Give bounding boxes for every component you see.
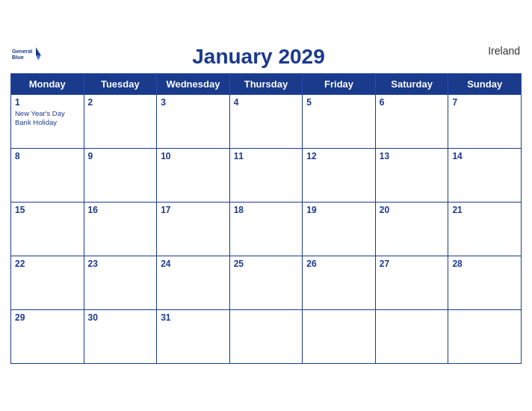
day-cell: 18 xyxy=(229,202,303,256)
logo-area: General Blue xyxy=(12,45,42,66)
day-cell: 14 xyxy=(448,148,522,202)
day-number: 5 xyxy=(306,97,371,108)
day-cell xyxy=(229,309,303,363)
day-number: 18 xyxy=(234,205,299,215)
day-cell: 19 xyxy=(303,202,376,256)
day-number: 26 xyxy=(306,259,371,269)
day-number: 3 xyxy=(161,97,226,108)
day-number: 23 xyxy=(88,259,153,269)
day-cell: 2 xyxy=(84,94,157,148)
week-row-3: 15161718192021 xyxy=(11,202,522,256)
day-cell: 3 xyxy=(157,94,230,148)
day-cell: 20 xyxy=(375,202,448,256)
day-cell: 11 xyxy=(229,148,303,202)
header-tuesday: Tuesday xyxy=(84,73,157,94)
svg-text:Blue: Blue xyxy=(12,53,24,60)
day-number: 9 xyxy=(88,151,153,161)
day-number: 10 xyxy=(161,151,226,161)
day-cell: 30 xyxy=(84,309,157,363)
day-cell: 26 xyxy=(303,256,376,309)
day-number: 25 xyxy=(234,259,299,269)
week-row-4: 22232425262728 xyxy=(11,256,522,309)
day-number: 16 xyxy=(88,205,153,215)
day-cell: 17 xyxy=(157,202,230,256)
day-cell: 25 xyxy=(229,256,303,309)
country-label: Ireland xyxy=(475,45,520,57)
day-cell: 13 xyxy=(375,148,448,202)
svg-marker-3 xyxy=(36,55,41,61)
week-row-5: 293031 xyxy=(11,309,522,363)
day-cell: 24 xyxy=(157,256,230,309)
day-number: 21 xyxy=(452,205,517,215)
day-number: 8 xyxy=(15,151,80,161)
header-saturday: Saturday xyxy=(375,73,448,94)
holiday-text: New Year's Day Bank Holiday xyxy=(15,109,80,128)
day-cell: 7 xyxy=(448,94,522,148)
weekday-header-row: Monday Tuesday Wednesday Thursday Friday… xyxy=(11,73,522,94)
svg-marker-2 xyxy=(36,47,41,55)
day-cell: 27 xyxy=(375,256,448,309)
day-number: 2 xyxy=(88,97,153,108)
day-cell: 16 xyxy=(84,202,157,256)
day-cell: 1New Year's Day Bank Holiday xyxy=(11,94,84,148)
day-number: 24 xyxy=(161,259,226,269)
day-number: 13 xyxy=(380,151,445,161)
day-cell: 28 xyxy=(448,256,522,309)
day-cell: 29 xyxy=(11,309,84,363)
header-friday: Friday xyxy=(303,73,376,94)
day-cell: 23 xyxy=(84,256,157,309)
week-row-2: 891011121314 xyxy=(11,148,522,202)
day-cell: 9 xyxy=(84,148,157,202)
day-number: 6 xyxy=(380,97,445,108)
day-cell: 31 xyxy=(157,309,230,363)
calendar-body: 1New Year's Day Bank Holiday234567891011… xyxy=(11,94,522,363)
week-row-1: 1New Year's Day Bank Holiday234567 xyxy=(11,94,522,148)
day-number: 30 xyxy=(88,312,153,323)
day-number: 31 xyxy=(161,312,226,323)
header-sunday: Sunday xyxy=(448,73,522,94)
day-number: 12 xyxy=(306,151,371,161)
calendar-title: January 2029 xyxy=(42,45,475,69)
day-number: 1 xyxy=(15,97,80,108)
day-number: 14 xyxy=(452,151,517,161)
day-cell: 22 xyxy=(11,256,84,309)
day-number: 28 xyxy=(452,259,517,269)
day-number: 19 xyxy=(306,205,371,215)
day-number: 15 xyxy=(15,205,80,215)
header-monday: Monday xyxy=(11,73,84,94)
day-cell: 5 xyxy=(303,94,376,148)
header-thursday: Thursday xyxy=(229,73,303,94)
day-cell xyxy=(375,309,448,363)
day-cell: 6 xyxy=(375,94,448,148)
day-cell: 21 xyxy=(448,202,522,256)
day-number: 22 xyxy=(15,259,80,269)
day-cell: 12 xyxy=(303,148,376,202)
general-blue-logo: General Blue xyxy=(12,45,42,66)
calendar-table: Monday Tuesday Wednesday Thursday Friday… xyxy=(10,73,522,364)
day-cell xyxy=(448,309,522,363)
header-wednesday: Wednesday xyxy=(157,73,230,94)
day-number: 29 xyxy=(15,312,80,323)
day-cell: 10 xyxy=(157,148,230,202)
day-number: 11 xyxy=(234,151,299,161)
calendar-header: General Blue January 2029 Ireland xyxy=(10,45,522,69)
day-number: 17 xyxy=(161,205,226,215)
day-cell: 8 xyxy=(11,148,84,202)
day-number: 27 xyxy=(380,259,445,269)
day-number: 4 xyxy=(234,97,299,108)
calendar-container: General Blue January 2029 Ireland Monday… xyxy=(0,37,532,374)
day-number: 7 xyxy=(452,97,517,108)
day-cell: 4 xyxy=(229,94,303,148)
day-number: 20 xyxy=(380,205,445,215)
day-cell xyxy=(303,309,376,363)
day-cell: 15 xyxy=(11,202,84,256)
